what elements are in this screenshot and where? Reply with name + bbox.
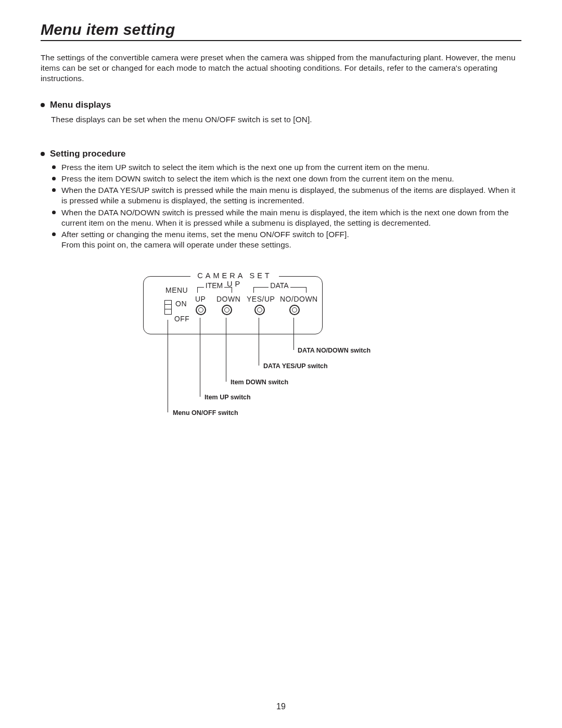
intro-paragraph: The settings of the convertible camera w… xyxy=(41,53,521,84)
leader-line xyxy=(293,318,294,350)
section-heading-text: Setting procedure xyxy=(50,149,125,159)
label-on: ON xyxy=(175,300,187,308)
bullet-icon xyxy=(41,152,45,156)
label-down: DOWN xyxy=(216,295,240,303)
control-panel-diagram: CAMERA SET UP MENU ON OFF ITEM UP DOWN D… xyxy=(130,273,432,434)
panel-outline: CAMERA SET UP MENU ON OFF ITEM UP DOWN D… xyxy=(143,276,323,334)
list-item: When the DATA NO/DOWN switch is pressed … xyxy=(52,207,521,228)
leader-line xyxy=(168,320,168,412)
item-down-button[interactable] xyxy=(222,305,232,315)
bracket-data: DATA xyxy=(253,287,306,293)
callout-data-nodown: DATA NO/DOWN switch xyxy=(298,347,371,354)
page-title: Menu item setting xyxy=(41,21,521,41)
leader-line xyxy=(259,318,259,366)
label-data: DATA xyxy=(269,281,290,290)
setting-procedure-list: Press the item UP switch to select the i… xyxy=(52,162,521,251)
list-item: After setting or changing the menu items… xyxy=(52,229,521,250)
label-menu: MENU xyxy=(165,286,188,294)
page-number: 19 xyxy=(0,702,562,711)
label-up: UP xyxy=(195,295,206,303)
bracket-item: ITEM xyxy=(197,287,232,293)
item-up-button[interactable] xyxy=(196,305,206,315)
data-nodown-button[interactable] xyxy=(289,305,300,315)
list-item: When the DATA YES/UP switch is pressed w… xyxy=(52,185,521,206)
section-heading-setting-procedure: Setting procedure xyxy=(41,149,521,159)
callout-item-up: Item UP switch xyxy=(205,394,251,401)
section-body-menu-displays: These displays can be set when the menu … xyxy=(51,114,521,125)
label-off: OFF xyxy=(174,315,189,323)
label-nodown: NO/DOWN xyxy=(280,295,318,303)
data-yesup-button[interactable] xyxy=(254,305,265,315)
section-heading-text: Menu displays xyxy=(50,100,111,110)
bullet-icon xyxy=(41,103,45,107)
list-item: Press the item DOWN switch to select the… xyxy=(52,174,521,184)
leader-line xyxy=(200,318,200,397)
label-item: ITEM xyxy=(204,281,224,290)
callout-data-yesup: DATA YES/UP switch xyxy=(263,362,328,370)
list-item: Press the item UP switch to select the i… xyxy=(52,162,521,173)
label-yesup: YES/UP xyxy=(247,295,275,303)
callout-item-down: Item DOWN switch xyxy=(231,379,288,386)
leader-line xyxy=(226,318,226,382)
callout-menu-switch: Menu ON/OFF switch xyxy=(173,409,238,417)
menu-on-off-switch[interactable] xyxy=(164,300,172,315)
section-heading-menu-displays: Menu displays xyxy=(41,100,521,110)
